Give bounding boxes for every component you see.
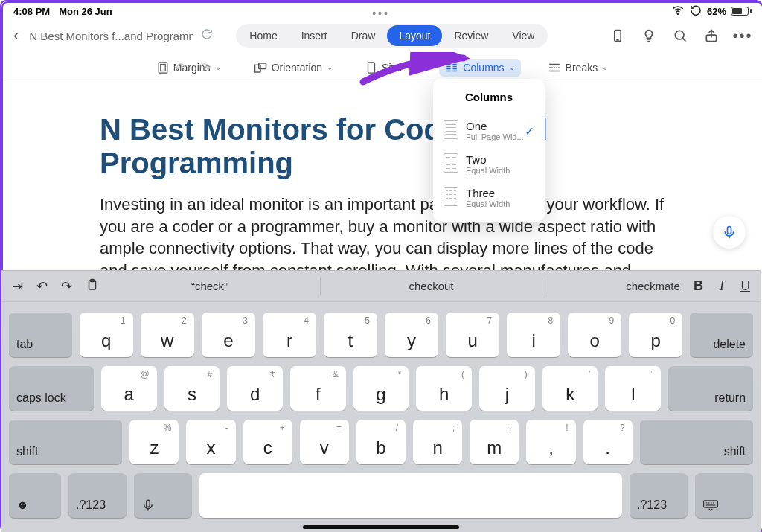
option-sub: Equal Width [466, 166, 510, 175]
tab-view[interactable]: View [500, 25, 546, 46]
lightbulb-icon[interactable] [641, 28, 656, 43]
popover-title: Columns [433, 86, 545, 114]
mobile-view-icon[interactable] [610, 28, 625, 43]
orientation-label: Orientation [272, 62, 322, 74]
key-,[interactable]: !, [526, 420, 575, 464]
document-title[interactable]: N Best Monitors f...and Programming [29, 30, 193, 42]
ribbon-tabs: Home Insert Draw Layout Review View [236, 24, 548, 48]
kb-redo-icon[interactable]: ↷ [61, 278, 72, 295]
key-s[interactable]: #s [164, 366, 220, 411]
key-z[interactable]: %z [129, 420, 179, 464]
option-label: Three [466, 187, 510, 199]
suggestion-1[interactable]: “check” [112, 280, 307, 292]
key-b[interactable]: /b [356, 420, 406, 464]
chevron-down-icon: ⌄ [215, 63, 221, 71]
tab-key[interactable]: tab [9, 313, 72, 357]
italic-button[interactable]: I [720, 278, 724, 294]
option-sub: Full Page Wid... [466, 132, 524, 141]
key-v[interactable]: =v [300, 420, 349, 464]
columns-option-three[interactable]: Three Equal Width [433, 181, 545, 214]
redo-icon[interactable]: ↷ [200, 60, 211, 76]
doc-heading: N Best Monitors for Coding and Programmi… [100, 113, 665, 180]
key-.[interactable]: ?. [583, 420, 633, 464]
key-a[interactable]: @a [101, 366, 157, 411]
key-d[interactable]: ₹d [227, 366, 283, 411]
more-icon[interactable]: ••• [735, 28, 750, 43]
key-m[interactable]: :m [470, 420, 519, 464]
key-f[interactable]: &f [290, 366, 346, 411]
share-icon[interactable] [704, 28, 719, 43]
columns-label: Columns [463, 62, 504, 74]
key-k[interactable]: ’k [542, 366, 598, 411]
kb-undo-icon[interactable]: ↶ [36, 278, 48, 295]
home-indicator[interactable] [303, 525, 459, 529]
key-q[interactable]: 1q [80, 313, 133, 357]
clipboard-icon[interactable] [86, 278, 99, 294]
columns-option-one[interactable]: One Full Page Wid... ✓ [433, 114, 545, 147]
tab-layout[interactable]: Layout [387, 25, 442, 46]
wifi-icon [671, 4, 685, 19]
dictation-button[interactable] [713, 216, 746, 249]
return-key[interactable]: return [668, 366, 753, 411]
key-j[interactable]: )j [479, 366, 535, 411]
tab-home[interactable]: Home [237, 25, 289, 46]
columns-button[interactable]: Columns ⌄ [439, 59, 520, 77]
size-button[interactable]: Size ⌄ [359, 58, 418, 77]
key-e[interactable]: 3e [202, 313, 255, 357]
key-r[interactable]: 4r [263, 313, 316, 357]
columns-option-two[interactable]: Two Equal Width [433, 147, 545, 181]
key-o[interactable]: 9o [568, 313, 621, 357]
shift-key-left[interactable]: shift [9, 420, 122, 464]
key-i[interactable]: 8i [507, 313, 560, 357]
doc-body: Investing in an ideal monitor is an impo… [100, 193, 665, 282]
app-header: ‹ N Best Monitors f...and Programming Ho… [3, 19, 762, 52]
tab-right-icon[interactable]: ⇥ [12, 278, 23, 295]
breaks-button[interactable]: Breaks ⌄ [542, 59, 615, 77]
dictate-key[interactable] [134, 473, 192, 518]
space-key[interactable] [199, 473, 622, 518]
numeric-key-right[interactable]: .?123 [630, 473, 688, 518]
key-p[interactable]: 0p [629, 313, 682, 357]
key-w[interactable]: 2w [141, 313, 194, 357]
key-g[interactable]: *g [353, 366, 409, 411]
key-l[interactable]: ”l [605, 366, 661, 411]
chevron-down-icon: ⌄ [327, 63, 333, 71]
tab-review[interactable]: Review [442, 25, 500, 46]
two-column-icon [444, 153, 458, 173]
search-icon[interactable] [673, 28, 688, 43]
tab-draw[interactable]: Draw [339, 25, 388, 46]
undo-icon[interactable]: ↶ [174, 60, 185, 76]
key-c[interactable]: +c [243, 420, 292, 464]
dismiss-keyboard-key[interactable] [695, 473, 753, 518]
suggestion-2[interactable]: checkout [334, 280, 528, 292]
capslock-key[interactable]: caps lock [9, 366, 94, 411]
key-x[interactable]: -x [186, 420, 235, 464]
numeric-key-left[interactable]: .?123 [68, 473, 127, 518]
key-y[interactable]: 6y [385, 313, 438, 357]
sync-icon[interactable] [200, 28, 214, 44]
battery-percent: 62% [707, 6, 726, 17]
status-date: Mon 26 Jun [59, 6, 112, 17]
svg-point-3 [675, 31, 684, 39]
document-page[interactable]: N Best Monitors for Coding and Programmi… [3, 83, 762, 282]
back-chevron-icon[interactable]: ‹ [10, 26, 22, 45]
key-t[interactable]: 5t [324, 313, 377, 357]
bold-button[interactable]: B [694, 278, 703, 294]
chevron-down-icon: ⌄ [406, 63, 412, 71]
multitask-dots-icon[interactable]: ••• [372, 7, 390, 19]
svg-rect-28 [704, 501, 718, 507]
tab-insert[interactable]: Insert [289, 25, 339, 46]
shift-key-right[interactable]: shift [640, 420, 753, 464]
emoji-key[interactable]: ☻ [9, 473, 61, 518]
columns-popover: Columns One Full Page Wid... ✓ Two Equal… [433, 79, 545, 222]
delete-key[interactable]: delete [690, 313, 753, 357]
key-n[interactable]: ;n [413, 420, 462, 464]
status-bar: 4:08 PM Mon 26 Jun ••• 62% [3, 3, 762, 19]
chevron-down-icon: ⌄ [602, 63, 608, 71]
layout-toolbar: ↶ ↷ Margins ⌄ Orientation ⌄ Size ⌄ Colum… [3, 52, 762, 83]
underline-button[interactable]: U [740, 278, 750, 294]
key-u[interactable]: 7u [446, 313, 499, 357]
orientation-button[interactable]: Orientation ⌄ [248, 59, 339, 77]
svg-rect-22 [728, 227, 731, 234]
key-h[interactable]: (h [416, 366, 472, 411]
